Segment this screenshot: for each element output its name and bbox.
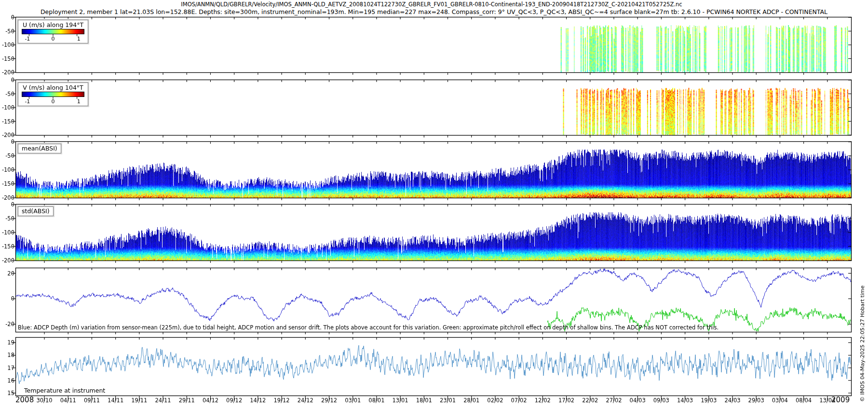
y-tick-label: -200 — [0, 132, 14, 138]
y-tick-label: -200 — [0, 195, 14, 201]
y-tick-label: 19 — [0, 340, 14, 345]
x-tick-label: 14/11 — [104, 397, 128, 404]
x-tick-label: 14/03 — [673, 397, 697, 404]
colorbar-tick-label: 0 — [52, 36, 55, 42]
y-tick-label: -200 — [0, 69, 14, 75]
u-colorbar — [22, 29, 84, 36]
u-velocity-plot — [16, 17, 851, 72]
x-tick-label: 13/01 — [388, 397, 412, 404]
x-tick-label: 28/01 — [460, 397, 484, 404]
u-legend: U (m/s) along 194°T -1 0 1 — [18, 20, 88, 43]
colorbar-tick-label: -1 — [25, 98, 30, 105]
y-tick-label: -100 — [0, 167, 14, 173]
v-legend: V (m/s) along 104°T -1 0 1 — [18, 82, 88, 106]
year-label-left: 2008 — [15, 396, 34, 404]
imos-watermark: © IMOS 04-May-2025 22:05:27 Hobart time — [859, 286, 866, 402]
x-tick-label: 27/02 — [602, 397, 626, 404]
v-colorbar-ticks: -1 0 1 — [20, 99, 86, 105]
y-tick-label: -20 — [0, 321, 14, 327]
x-tick-label: 03/04 — [768, 397, 792, 404]
y-tick-label: 16 — [0, 378, 14, 383]
temperature-label: Temperature at instrument — [24, 387, 105, 394]
x-tick-label: 30/10 — [32, 397, 56, 404]
x-tick-label: 23/01 — [436, 397, 460, 404]
y-tick-label: 17 — [0, 365, 14, 371]
y-tick-label: -100 — [0, 105, 14, 110]
x-tick-label: 24/12 — [293, 397, 317, 404]
y-tick-label: -150 — [0, 119, 14, 124]
x-tick-label: 29/03 — [744, 397, 768, 404]
x-tick-label: 04/12 — [198, 397, 222, 404]
y-tick-label: -150 — [0, 56, 14, 62]
u-colorbar-ticks: -1 0 1 — [20, 36, 86, 42]
colorbar-tick-label: 0 — [52, 98, 55, 105]
y-tick-label: -50 — [0, 91, 14, 97]
x-tick-label: 13/04 — [815, 397, 840, 404]
x-tick-label: 02/02 — [483, 397, 507, 404]
y-tick-label: 0 — [0, 202, 14, 207]
mean-absi-label: mean(ABSI) — [18, 144, 61, 153]
y-tick-label: 0 — [0, 139, 14, 145]
y-tick-label: -200 — [0, 258, 14, 263]
x-tick-label: 08/04 — [792, 397, 816, 404]
x-tick-label: 14/12 — [246, 397, 270, 404]
y-tick-label: -50 — [0, 28, 14, 34]
x-tick-label: 18/01 — [412, 397, 436, 404]
depth-variation-note: Blue: ADCP Depth (m) variation from sens… — [18, 324, 719, 331]
figure-title: IMOS/ANMN/QLD/GBRELR/Velocity/IMOS_ANMN-… — [0, 1, 863, 8]
x-tick-label: 19/12 — [270, 397, 294, 404]
colorbar-tick-label: -1 — [25, 36, 30, 42]
y-tick-label: 0 — [0, 77, 14, 83]
colorbar-tick-label: 1 — [77, 36, 81, 42]
x-tick-label: 09/11 — [80, 397, 104, 404]
mean-absi-plot — [16, 142, 851, 198]
std-absi-label: std(ABSI) — [18, 206, 54, 216]
u-legend-label: U (m/s) along 194°T — [20, 21, 86, 28]
x-tick-label: 24/03 — [720, 397, 745, 404]
depth-variation-plot — [16, 268, 851, 332]
x-tick-label: 07/02 — [507, 397, 531, 404]
x-tick-label: 09/03 — [649, 397, 673, 404]
x-tick-label: 09/12 — [222, 397, 246, 404]
v-legend-label: V (m/s) along 104°T — [20, 84, 86, 91]
y-tick-label: -100 — [0, 230, 14, 235]
x-tick-label: 12/02 — [530, 397, 555, 404]
v-colorbar — [22, 92, 84, 99]
x-tick-label: 19/11 — [127, 397, 151, 404]
x-tick-label: 08/01 — [365, 397, 389, 404]
colorbar-tick-label: 1 — [77, 98, 81, 105]
y-tick-label: -50 — [0, 216, 14, 221]
x-tick-label: 17/02 — [555, 397, 579, 404]
x-tick-label: 22/02 — [578, 397, 602, 404]
y-tick-label: 18 — [0, 352, 14, 358]
y-tick-label: 20 — [0, 271, 14, 276]
x-tick-label: 19/03 — [697, 397, 721, 404]
x-tick-label: 04/11 — [56, 397, 80, 404]
x-tick-label: 04/03 — [625, 397, 650, 404]
y-tick-label: -100 — [0, 42, 14, 48]
y-tick-label: 0 — [0, 296, 14, 301]
figure-page: IMOS/ANMN/QLD/GBRELR/Velocity/IMOS_ANMN-… — [0, 0, 868, 410]
y-tick-label: -150 — [0, 244, 14, 249]
x-tick-label: 03/01 — [341, 397, 365, 404]
y-tick-label: -150 — [0, 181, 14, 187]
x-tick-label: 29/12 — [317, 397, 341, 404]
x-tick-label: 29/11 — [175, 397, 199, 404]
y-tick-label: 15 — [0, 390, 14, 396]
y-tick-label: -50 — [0, 153, 14, 159]
temperature-plot — [16, 338, 851, 396]
figure-subtitle: Deployment 2, member 1 lat=21.03S lon=15… — [0, 8, 868, 15]
y-tick-label: 0 — [0, 14, 14, 20]
x-tick-label: 24/11 — [151, 397, 175, 404]
std-absi-plot — [16, 205, 851, 260]
v-velocity-plot — [16, 80, 851, 135]
